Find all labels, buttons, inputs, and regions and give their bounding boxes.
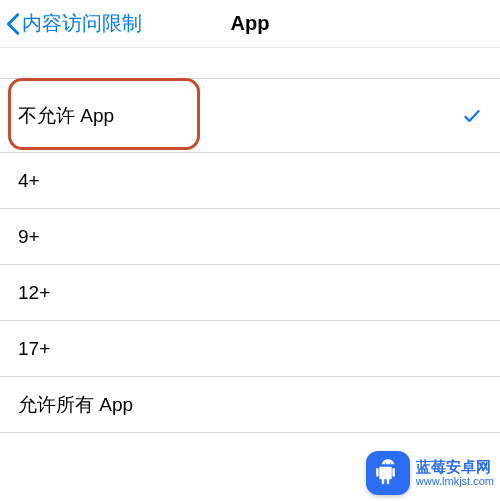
android-icon <box>373 458 403 488</box>
option-row[interactable]: 4+ <box>0 153 500 209</box>
options-list: 不允许 App4+9+12+17+允许所有 App <box>0 78 500 433</box>
option-label: 4+ <box>18 170 40 192</box>
back-label: 内容访问限制 <box>22 10 142 37</box>
option-label: 9+ <box>18 226 40 248</box>
checkmark-icon <box>462 106 482 126</box>
option-row[interactable]: 允许所有 App <box>0 377 500 433</box>
watermark: 蓝莓安卓网 www.lmkjst.com <box>366 451 494 495</box>
option-row[interactable]: 不允许 App <box>0 79 500 153</box>
watermark-url: www.lmkjst.com <box>416 475 494 488</box>
option-row[interactable]: 9+ <box>0 209 500 265</box>
option-label: 17+ <box>18 338 50 360</box>
option-label: 允许所有 App <box>18 392 133 418</box>
option-label: 12+ <box>18 282 50 304</box>
chevron-left-icon <box>6 12 20 36</box>
navigation-header: 内容访问限制 App <box>0 0 500 48</box>
watermark-name: 蓝莓安卓网 <box>416 458 494 475</box>
option-row[interactable]: 12+ <box>0 265 500 321</box>
option-label: 不允许 App <box>18 103 114 129</box>
back-button[interactable]: 内容访问限制 <box>6 10 142 37</box>
watermark-logo <box>366 451 410 495</box>
section-spacer <box>0 48 500 78</box>
watermark-text: 蓝莓安卓网 www.lmkjst.com <box>416 458 494 488</box>
option-row[interactable]: 17+ <box>0 321 500 377</box>
